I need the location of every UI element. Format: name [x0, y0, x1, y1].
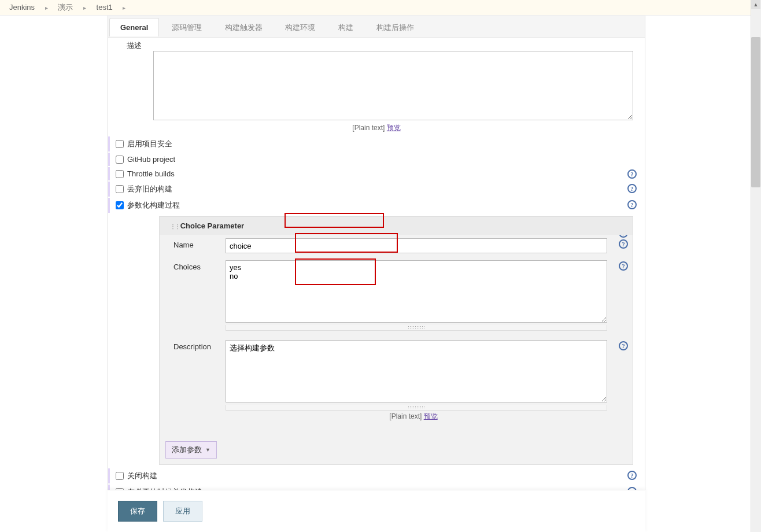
label-github-project: GitHub project	[127, 155, 175, 164]
chevron-right-icon: ▸	[45, 5, 48, 11]
drag-grip-icon[interactable]: ⋮⋮	[170, 223, 176, 230]
preview-link[interactable]: 预览	[424, 412, 438, 420]
description-textarea[interactable]	[153, 51, 633, 120]
param-header[interactable]: ⋮⋮ Choice Parameter	[160, 217, 633, 235]
scrollbar-track[interactable]: ▲	[751, 0, 761, 532]
bottom-button-bar: 保存 应用	[108, 490, 645, 532]
chevron-right-icon: ▸	[83, 5, 86, 11]
description-label: 描述	[127, 40, 142, 51]
tab-general[interactable]: General	[109, 18, 159, 36]
breadcrumb-jenkins[interactable]: Jenkins	[9, 3, 35, 12]
help-icon[interactable]: ?	[619, 261, 628, 271]
breadcrumb-test1[interactable]: test1	[97, 3, 113, 12]
label-discard-old: 丢弃旧的构建	[127, 184, 172, 194]
param-choices-textarea[interactable]	[226, 260, 607, 323]
option-parameterized[interactable]: 参数化构建过程	[108, 198, 645, 213]
resize-handle[interactable]	[226, 325, 607, 331]
resize-handle[interactable]	[226, 405, 607, 411]
label-parameterized: 参数化构建过程	[127, 200, 180, 210]
config-tabs: General 源码管理 构建触发器 构建环境 构建 构建后操作	[108, 16, 645, 38]
caret-down-icon: ▼	[205, 447, 210, 453]
checkbox-enable-security[interactable]	[116, 140, 124, 148]
tab-post[interactable]: 构建后操作	[366, 18, 424, 38]
checkbox-github-project[interactable]	[116, 156, 124, 164]
preview-link[interactable]: 预览	[387, 124, 401, 132]
tab-build[interactable]: 构建	[328, 18, 364, 38]
help-icon[interactable]: ?	[619, 239, 628, 249]
plaintext-label: [Plain text]	[389, 412, 422, 420]
scrollbar-thumb[interactable]	[751, 37, 760, 187]
option-disable-build[interactable]: 关闭构建	[108, 468, 645, 483]
scrollbar-up-icon[interactable]: ▲	[751, 0, 760, 9]
checkbox-discard-old[interactable]	[116, 185, 124, 193]
param-choices-label: Choices	[168, 260, 226, 271]
plaintext-label: [Plain text]	[352, 124, 385, 132]
tab-triggers[interactable]: 构建触发器	[215, 18, 273, 38]
tab-env[interactable]: 构建环境	[275, 18, 326, 38]
checkbox-throttle-builds[interactable]	[116, 170, 124, 178]
breadcrumb-demo[interactable]: 演示	[58, 3, 73, 12]
option-enable-security[interactable]: 启用项目安全	[108, 136, 645, 152]
checkbox-disable-build[interactable]	[116, 472, 124, 480]
main-content: General 源码管理 构建触发器 构建环境 构建 构建后操作 描述 [Pla…	[108, 16, 645, 532]
tab-scm[interactable]: 源码管理	[161, 18, 212, 38]
help-icon[interactable]: ?	[627, 184, 637, 193]
help-icon[interactable]: ?	[627, 200, 637, 209]
add-param-label: 添加参数	[172, 445, 202, 455]
param-name-input[interactable]	[226, 238, 607, 253]
choice-parameter-block: X ? ⋮⋮ Choice Parameter Name ? Choices ?…	[159, 216, 633, 465]
option-github-project[interactable]: GitHub project	[108, 153, 645, 166]
param-description-textarea[interactable]	[226, 340, 607, 402]
add-param-button[interactable]: 添加参数 ▼	[165, 441, 217, 459]
help-icon[interactable]: ?	[627, 471, 637, 480]
option-throttle-builds[interactable]: Throttle builds	[108, 167, 645, 180]
param-description-label: Description	[168, 340, 226, 351]
checkbox-parameterized[interactable]	[116, 201, 124, 209]
help-icon[interactable]: ?	[627, 169, 637, 179]
label-throttle-builds: Throttle builds	[127, 169, 175, 178]
option-discard-old[interactable]: 丢弃旧的构建	[108, 182, 645, 197]
breadcrumb: Jenkins ▸ 演示 ▸ test1 ▸	[0, 0, 761, 16]
save-button[interactable]: 保存	[118, 501, 157, 522]
chevron-right-icon: ▸	[123, 5, 125, 11]
param-name-label: Name	[168, 238, 226, 249]
help-icon[interactable]: ?	[619, 341, 628, 350]
label-enable-security: 启用项目安全	[127, 139, 172, 149]
label-disable-build: 关闭构建	[127, 471, 157, 481]
param-title: Choice Parameter	[180, 221, 245, 230]
apply-button[interactable]: 应用	[163, 501, 202, 522]
